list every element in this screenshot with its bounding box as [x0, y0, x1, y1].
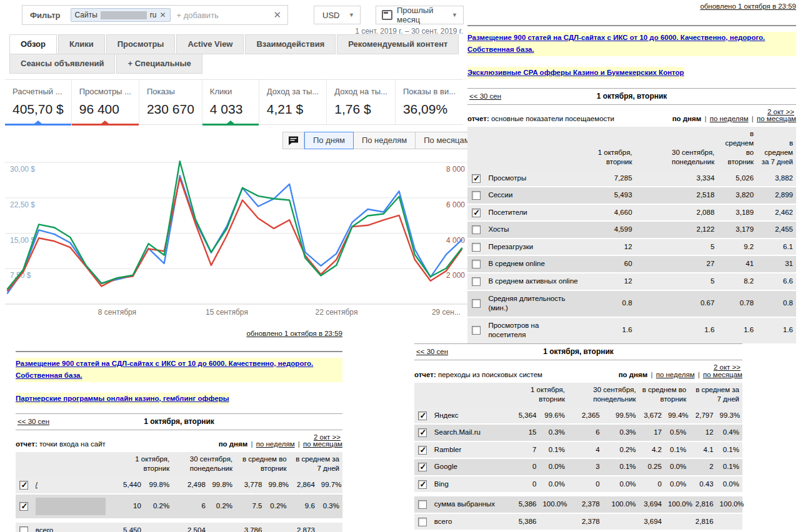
row-label[interactable]: /	[36, 481, 37, 488]
comment-button[interactable]	[282, 132, 304, 149]
row-checkbox[interactable]	[19, 502, 28, 511]
mode-by-months[interactable]: по месяцам	[757, 115, 796, 122]
mode-by-days[interactable]: по дням	[619, 371, 648, 378]
tab-ad-sessions[interactable]: Сеансы объявлений	[9, 54, 115, 74]
prev-day-link[interactable]: << 30 сен	[416, 344, 448, 360]
cell-percent: 99.4%	[665, 408, 689, 425]
tab-recommended-content[interactable]: Рекомендуемый контент	[337, 34, 459, 54]
row-checkbox[interactable]	[472, 243, 481, 252]
metric-card-impression-rpm[interactable]: Доход на ты... 1,76 $	[327, 80, 396, 124]
row-label[interactable]: Просмотров на посетителя	[488, 322, 539, 339]
row-label[interactable]: Сессии	[488, 191, 512, 199]
granularity-by-weeks-button[interactable]: По неделям	[353, 132, 416, 149]
svg-text:30,00 $: 30,00 $	[10, 165, 35, 174]
tab-active-view[interactable]: Active View	[176, 34, 244, 54]
updated-link[interactable]: обновлено 1 октября в 23:59	[700, 2, 796, 10]
row-label[interactable]: В среднем online	[488, 260, 544, 267]
row-checkbox[interactable]	[472, 191, 481, 200]
metric-card-impressions[interactable]: Показы 230 670	[139, 80, 202, 124]
table-row: Search.Mail.ru 15 0.3% 6 0.3% 17 0.5% 12…	[414, 424, 742, 441]
row-label[interactable]: всего	[36, 526, 53, 532]
row-checkbox[interactable]	[418, 446, 427, 455]
metric-card-pageviews[interactable]: Просмотры ... 96 400	[72, 80, 139, 124]
row-label[interactable]: Rambler	[434, 446, 461, 453]
row-label[interactable]: Google	[434, 463, 457, 470]
row-label[interactable]: Перезагрузки	[488, 243, 533, 250]
row-checkbox[interactable]	[418, 463, 427, 471]
separator: |	[297, 440, 301, 448]
ad-link[interactable]: Размещение 900 статей на СДЛ-сайтах с ИК…	[467, 32, 796, 56]
table-row: Яндекс 5,364 99.6% 2,365 99.5% 3,672 99.…	[414, 408, 742, 425]
table-row: Посетители 4,660 2,088 3,189 2,462	[467, 204, 796, 222]
row-checkbox[interactable]	[472, 209, 481, 217]
cell-percent: 0.4%	[717, 424, 742, 441]
currency-select[interactable]: USD ▼	[314, 6, 361, 24]
ad-link[interactable]: Эксклюзивные CPA офферы Казино и Букмеке…	[467, 67, 684, 79]
separator: |	[650, 371, 654, 378]
tab-custom[interactable]: + Специальные	[116, 54, 202, 74]
period-select[interactable]: Прошлый месяц ▼	[376, 6, 464, 24]
prev-day-link[interactable]: << 30 сен	[469, 89, 501, 104]
column-header: в среднем за 7 дней	[689, 383, 742, 408]
tab-views[interactable]: Просмотры	[106, 34, 176, 54]
chevron-down-icon: ▼	[452, 12, 457, 18]
row-label[interactable]: Средняя длительность (мин.)	[488, 295, 565, 312]
cell-value: 5,386	[507, 513, 540, 531]
row-checkbox[interactable]	[19, 526, 28, 532]
row-label[interactable]: Хосты	[488, 225, 509, 233]
mode-by-weeks[interactable]: по неделям	[256, 440, 295, 448]
mode-by-months[interactable]: по месяцам	[303, 440, 342, 448]
ad-link[interactable]: Партнерские программы онлайн казино, гем…	[16, 393, 229, 405]
row-checkbox[interactable]	[418, 500, 427, 509]
tab-clicks[interactable]: Клики	[58, 34, 105, 54]
row-checkbox[interactable]	[472, 326, 481, 335]
cell-percent: 0.0%	[603, 476, 639, 495]
cell-value: 2,797	[689, 408, 716, 425]
row-checkbox[interactable]	[418, 518, 427, 526]
row-checkbox[interactable]	[418, 480, 427, 489]
row-label[interactable]: Посетители	[488, 209, 527, 216]
row-label[interactable]: Просмотры	[488, 174, 526, 182]
tab-overview[interactable]: Обзор	[9, 34, 57, 54]
row-label[interactable]: Bing	[434, 480, 449, 488]
mode-by-weeks[interactable]: по неделям	[710, 115, 749, 122]
ad-link[interactable]: Размещение 900 статей на СДЛ-сайтах с ИК…	[16, 358, 342, 382]
row-checkbox[interactable]	[472, 174, 481, 183]
mode-by-days[interactable]: по дням	[219, 440, 248, 448]
metric-value: 1,76 $	[334, 102, 387, 117]
prev-day-link[interactable]: << 30 сен	[17, 414, 49, 430]
chip-close-icon[interactable]: ✕	[160, 11, 166, 19]
row-label[interactable]: Search.Mail.ru	[434, 428, 481, 436]
metric-card-estimated-earnings[interactable]: Расчетный ... 405,70 $	[5, 80, 72, 124]
metric-value: 96 400	[79, 102, 131, 117]
mode-by-months[interactable]: по месяцам	[703, 371, 742, 378]
updated-link[interactable]: обновлено 1 октября в 23:59	[246, 330, 342, 337]
cell-value: 2,873	[290, 520, 318, 532]
cell-percent: 0.2%	[265, 494, 289, 521]
row-label[interactable]: сумма выбранных	[434, 500, 495, 508]
row-label[interactable]: всего	[434, 518, 452, 525]
add-filter-input[interactable]: + добавить	[177, 11, 274, 20]
granularity-by-days-button[interactable]: По дням	[304, 132, 354, 149]
tab-interactions[interactable]: Взаимодействия	[245, 34, 336, 54]
row-label[interactable]: Яндекс	[434, 411, 459, 419]
row-checkbox[interactable]	[418, 428, 427, 437]
cell-percent: 0.3%	[539, 424, 567, 441]
site-filter-chip[interactable]: Сайты ru ✕	[71, 8, 171, 22]
row-checkbox[interactable]	[472, 299, 481, 308]
row-checkbox[interactable]	[472, 260, 481, 268]
clear-filter-icon[interactable]: ✕	[273, 9, 281, 21]
metric-card-rpm[interactable]: Доход за ты... 4,21 $	[259, 80, 327, 124]
chip-suffix: ru	[150, 11, 157, 19]
mode-by-weeks[interactable]: по неделям	[656, 371, 695, 378]
cell-value: 31	[757, 255, 796, 273]
metric-card-clicks[interactable]: Клики 4 033	[202, 80, 259, 124]
row-checkbox[interactable]	[418, 411, 427, 420]
row-label[interactable]: В среднем активных online	[488, 277, 577, 285]
mode-by-days[interactable]: по дням	[672, 115, 702, 122]
row-checkbox[interactable]	[472, 277, 481, 286]
metric-card-viewability[interactable]: Показы в ви... 36,09%	[396, 80, 463, 124]
cell-percent: 0.0%	[665, 476, 689, 495]
row-checkbox[interactable]	[19, 481, 28, 490]
row-checkbox[interactable]	[472, 225, 481, 234]
